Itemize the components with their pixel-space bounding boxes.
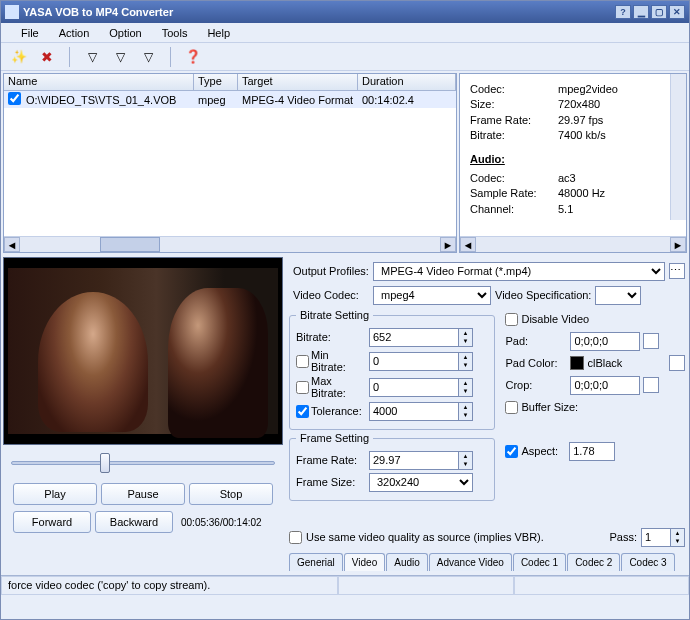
forward-button[interactable]: Forward xyxy=(13,511,91,533)
stop-convert-icon[interactable] xyxy=(138,47,158,67)
framerate-input[interactable] xyxy=(369,451,459,470)
menu-action[interactable]: Action xyxy=(49,25,100,41)
scroll-right-icon[interactable]: ► xyxy=(440,237,456,252)
settings-panel: Output Profiles: MPEG-4 Video Format (*.… xyxy=(287,257,687,573)
pass-input[interactable] xyxy=(641,528,671,547)
status-bar: force video codec ('copy' to copy stream… xyxy=(1,575,689,595)
aspect-input[interactable] xyxy=(569,442,615,461)
toolbar xyxy=(1,43,689,71)
minbitrate-input[interactable] xyxy=(369,352,459,371)
scroll-left-icon[interactable]: ◄ xyxy=(4,237,20,252)
info-channel: 5.1 xyxy=(558,203,573,215)
remove-icon[interactable] xyxy=(37,47,57,67)
crop-btn[interactable] xyxy=(643,377,659,393)
play-button[interactable]: Play xyxy=(13,483,97,505)
tab-general[interactable]: Generial xyxy=(289,553,343,571)
hscrollbar[interactable]: ◄ ► xyxy=(4,236,456,252)
info-codec: mpeg2video xyxy=(558,83,618,95)
video-codec-select[interactable]: mpeg4 xyxy=(373,286,491,305)
add-icon[interactable] xyxy=(9,47,29,67)
row-checkbox[interactable] xyxy=(8,92,21,105)
table-row[interactable]: O:\VIDEO_TS\VTS_01_4.VOB mpeg MPEG-4 Vid… xyxy=(4,91,456,108)
tolerance-input[interactable] xyxy=(369,402,459,421)
minimize-button[interactable]: ▁ xyxy=(633,5,649,19)
help-icon[interactable] xyxy=(183,47,203,67)
pause-button[interactable]: Pause xyxy=(101,483,185,505)
col-duration[interactable]: Duration xyxy=(358,74,456,90)
row-target: MPEG-4 Video Format xyxy=(238,93,358,107)
row-type: mpeg xyxy=(194,93,238,107)
framesize-select[interactable]: 320x240 xyxy=(369,473,473,492)
video-codec-label: Video Codec: xyxy=(289,289,369,301)
info-size: 720x480 xyxy=(558,98,600,110)
stop-button[interactable]: Stop xyxy=(189,483,273,505)
file-list: Name Type Target Duration O:\VIDEO_TS\VT… xyxy=(3,73,457,253)
col-name[interactable]: Name xyxy=(4,74,194,90)
tolerance-check[interactable] xyxy=(296,405,309,418)
window-title: YASA VOB to MP4 Converter xyxy=(23,6,173,18)
status-text: force video codec ('copy' to copy stream… xyxy=(1,576,338,595)
tab-advance[interactable]: Advance Video xyxy=(429,553,512,571)
menu-bar: File Action Option Tools Help xyxy=(1,23,689,43)
buffer-check[interactable] xyxy=(505,401,518,414)
maxbitrate-check[interactable] xyxy=(296,381,309,394)
padcolor-swatch[interactable] xyxy=(570,356,584,370)
info-framerate: 29.97 fps xyxy=(558,114,603,126)
preview-panel: Play Pause Stop Forward Backward 00:05:3… xyxy=(3,257,283,573)
scroll-left-icon[interactable]: ◄ xyxy=(460,237,476,252)
info-samplerate: 48000 Hz xyxy=(558,187,605,199)
maximize-button[interactable]: ▢ xyxy=(651,5,667,19)
tab-audio[interactable]: Audio xyxy=(386,553,428,571)
padcolor-btn[interactable] xyxy=(669,355,685,371)
menu-option[interactable]: Option xyxy=(99,25,151,41)
same-quality-check[interactable] xyxy=(289,531,302,544)
minbitrate-check[interactable] xyxy=(296,355,309,368)
menu-tools[interactable]: Tools xyxy=(152,25,198,41)
row-duration: 00:14:02.4 xyxy=(358,93,456,107)
timestamp: 00:05:36/00:14:02 xyxy=(181,517,262,528)
video-spec-label: Video Specification: xyxy=(495,289,591,301)
frame-fieldset: Frame Setting Frame Rate: ▲▼ Frame Size:… xyxy=(289,432,495,501)
row-name: O:\VIDEO_TS\VTS_01_4.VOB xyxy=(22,93,194,107)
menu-help[interactable]: Help xyxy=(197,25,240,41)
tab-codec3[interactable]: Codec 3 xyxy=(621,553,674,571)
backward-button[interactable]: Backward xyxy=(95,511,173,533)
col-type[interactable]: Type xyxy=(194,74,238,90)
help-window-button[interactable]: ? xyxy=(615,5,631,19)
convert-all-icon[interactable] xyxy=(110,47,130,67)
info-hscrollbar[interactable]: ◄ ► xyxy=(460,236,686,252)
crop-input[interactable] xyxy=(570,376,640,395)
close-button[interactable]: ✕ xyxy=(669,5,685,19)
output-profile-btn[interactable]: ⋯ xyxy=(669,263,685,279)
bitrate-input[interactable] xyxy=(369,328,459,347)
scroll-right-icon[interactable]: ► xyxy=(670,237,686,252)
info-bitrate: 7400 kb/s xyxy=(558,129,606,141)
pad-btn[interactable] xyxy=(643,333,659,349)
pad-input[interactable] xyxy=(570,332,640,351)
bitrate-fieldset: Bitrate Setting Bitrate: ▲▼ Min Bitrate:… xyxy=(289,309,495,430)
convert-icon[interactable] xyxy=(82,47,102,67)
info-panel: Codec:mpeg2video Size:720x480 Frame Rate… xyxy=(459,73,687,253)
vscrollbar[interactable] xyxy=(670,74,686,220)
slider-thumb[interactable] xyxy=(100,453,110,473)
tab-codec1[interactable]: Codec 1 xyxy=(513,553,566,571)
app-icon xyxy=(5,5,19,19)
col-target[interactable]: Target xyxy=(238,74,358,90)
disable-video-check[interactable] xyxy=(505,313,518,326)
audio-header: Audio: xyxy=(470,152,676,167)
output-profiles-label: Output Profiles: xyxy=(289,265,369,277)
settings-tabs: Generial Video Audio Advance Video Codec… xyxy=(289,553,685,571)
aspect-check[interactable] xyxy=(505,445,518,458)
video-spec-select[interactable] xyxy=(595,286,641,305)
scroll-thumb[interactable] xyxy=(100,237,160,252)
info-acodec: ac3 xyxy=(558,172,576,184)
output-profiles-select[interactable]: MPEG-4 Video Format (*.mp4) xyxy=(373,262,665,281)
tab-video[interactable]: Video xyxy=(344,553,385,571)
title-bar: YASA VOB to MP4 Converter ? ▁ ▢ ✕ xyxy=(1,1,689,23)
tab-codec2[interactable]: Codec 2 xyxy=(567,553,620,571)
menu-file[interactable]: File xyxy=(11,25,49,41)
video-preview xyxy=(3,257,283,445)
maxbitrate-input[interactable] xyxy=(369,378,459,397)
seek-slider[interactable] xyxy=(7,451,279,475)
